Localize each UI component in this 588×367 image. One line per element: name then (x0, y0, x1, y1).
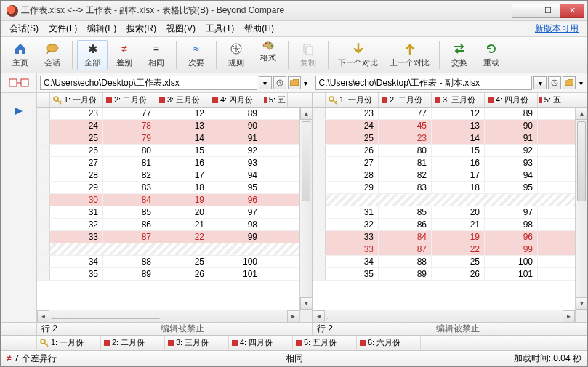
table-row[interactable]: 358926101 (37, 268, 299, 281)
right-col-3[interactable]: 3: 三月份 (432, 93, 485, 107)
left-grid[interactable]: 2377128924781390257914912680159227811693… (37, 108, 312, 322)
session-button[interactable]: 会话 (37, 40, 68, 70)
format-button[interactable]: 格式 ▼ (253, 40, 283, 70)
next-diff-button[interactable]: 下一个对比 (333, 40, 383, 70)
right-hscroll[interactable]: ◄ ► (313, 310, 575, 322)
cell: 29 (326, 182, 379, 193)
combined-col-3[interactable]: 3: 三月份 (165, 336, 229, 350)
menu-help[interactable]: 帮助(H) (240, 21, 278, 36)
left-hscroll[interactable]: ◄ ► (37, 310, 299, 322)
home-button[interactable]: 主页 (5, 40, 36, 70)
table-row[interactable]: 32862198 (313, 219, 575, 231)
right-path-history[interactable] (548, 76, 561, 89)
table-row[interactable]: 26801592 (313, 145, 575, 157)
swap-button[interactable]: 交换 (444, 40, 475, 70)
cell: 33 (50, 231, 103, 243)
menu-view[interactable]: 视图(V) (162, 21, 200, 36)
same-button[interactable]: = 相同 (141, 40, 172, 70)
combined-col-5[interactable]: 5: 五月份 (293, 336, 357, 350)
table-row[interactable]: 23771289 (37, 108, 299, 120)
table-row[interactable]: 30841996 (37, 194, 299, 206)
scroll-left-button[interactable]: ◄ (37, 310, 49, 323)
table-row[interactable]: 348825100 (37, 256, 299, 268)
scroll-right-button[interactable]: ► (287, 310, 299, 323)
cell: 22 (432, 243, 485, 255)
table-row[interactable]: 33872299 (37, 231, 299, 243)
reload-button[interactable]: 重载 (476, 40, 507, 70)
combined-col-4[interactable]: 4: 四月份 (229, 336, 293, 350)
combined-col-2[interactable]: 2: 二月份 (101, 336, 165, 350)
maximize-button[interactable]: ☐ (536, 4, 560, 18)
table-row[interactable]: 33841996 (313, 231, 575, 243)
table-row[interactable]: 31852097 (313, 206, 575, 219)
table-row[interactable]: 27811693 (313, 157, 575, 169)
table-row[interactable] (313, 194, 575, 206)
cell: 26 (432, 268, 485, 280)
cell: 45 (379, 120, 432, 132)
left-col-3[interactable]: 3: 三月份 (156, 93, 209, 107)
right-path-input[interactable] (315, 76, 533, 90)
table-row[interactable]: 28821794 (37, 169, 299, 182)
scroll-down-button[interactable]: ▼ (300, 297, 312, 310)
left-pane: 1: 一月份 2: 二月份 3: 三月份 4: 四月份 5: 五 2377128… (37, 93, 313, 322)
table-row[interactable]: 29831895 (313, 182, 575, 194)
table-row[interactable]: 28821794 (313, 169, 575, 182)
table-row[interactable]: 27811693 (37, 157, 299, 169)
next-diff-label: 下一个对比 (338, 57, 378, 68)
prev-diff-button[interactable]: 上一个对比 (384, 40, 435, 70)
table-row[interactable]: 25231491 (313, 132, 575, 145)
table-row[interactable]: 26801592 (37, 145, 299, 157)
left-col-1[interactable]: 1: 一月份 (50, 93, 103, 107)
menu-search[interactable]: 搜索(R) (122, 21, 161, 36)
minimize-button[interactable]: — (512, 4, 536, 18)
scroll-up-button[interactable]: ▲ (300, 108, 312, 120)
right-col-5[interactable]: 5: 五 (538, 93, 563, 107)
right-col-4[interactable]: 4: 四月份 (485, 93, 538, 107)
table-row[interactable]: 24451390 (313, 120, 575, 132)
left-path-more[interactable]: ▾ (302, 76, 310, 89)
left-path-browse[interactable] (288, 76, 301, 89)
menu-edit[interactable]: 编辑(E) (83, 21, 121, 36)
right-grid[interactable]: 2377128924451390252314912680159227811693… (313, 108, 587, 322)
table-row[interactable]: 33872299 (313, 243, 575, 256)
right-path-more[interactable]: ▾ (577, 76, 584, 89)
cell: 100 (209, 256, 262, 267)
all-button[interactable]: ✱ 全部 (77, 40, 108, 70)
table-row[interactable]: 31852097 (37, 206, 299, 219)
table-row[interactable]: 348825100 (313, 256, 575, 268)
left-path-input[interactable] (40, 76, 257, 90)
right-path-dropdown[interactable]: ▾ (533, 76, 547, 89)
left-col-2[interactable]: 2: 二月份 (103, 93, 156, 107)
table-row[interactable]: 24781390 (37, 120, 299, 132)
svg-rect-26 (360, 340, 366, 346)
left-path-dropdown[interactable]: ▾ (259, 76, 272, 89)
svg-point-2 (265, 42, 267, 44)
menu-file[interactable]: 文件(F) (44, 21, 81, 36)
table-row[interactable]: 25791491 (37, 132, 299, 145)
right-vscroll[interactable]: ▲ ▼ (575, 108, 587, 310)
left-col-4[interactable]: 4: 四月份 (209, 93, 262, 107)
overview-gutter[interactable] (1, 93, 37, 322)
right-path-browse[interactable] (563, 76, 576, 89)
table-row[interactable]: 358926101 (313, 268, 575, 281)
diff-button[interactable]: ≠ 差别 (109, 40, 140, 70)
left-vscroll[interactable]: ▲ ▼ (299, 108, 312, 310)
close-button[interactable]: ✕ (560, 4, 584, 18)
secondary-button[interactable]: ≈ 次要 (181, 40, 212, 70)
menu-session[interactable]: 会话(S) (5, 21, 43, 36)
table-row[interactable]: 23771289 (313, 108, 575, 120)
menu-tools[interactable]: 工具(T) (201, 21, 238, 36)
table-row[interactable]: 32862198 (37, 219, 299, 231)
table-row[interactable]: 29831895 (37, 182, 299, 194)
right-col-2[interactable]: 2: 二月份 (379, 93, 432, 107)
left-col-5[interactable]: 5: 五 (262, 93, 288, 107)
combined-col-1[interactable]: 1: 一月份 (37, 336, 101, 350)
cell: 81 (103, 157, 156, 169)
left-path-history[interactable] (273, 76, 286, 89)
compare-mode-icon[interactable] (1, 73, 37, 92)
combined-col-6[interactable]: 6: 六月份 (357, 336, 421, 350)
right-col-1[interactable]: 1: 一月份 (326, 93, 379, 107)
rules-button[interactable]: 规则 (221, 40, 251, 70)
table-row[interactable] (37, 243, 299, 256)
new-version-link[interactable]: 新版本可用 (531, 21, 583, 36)
